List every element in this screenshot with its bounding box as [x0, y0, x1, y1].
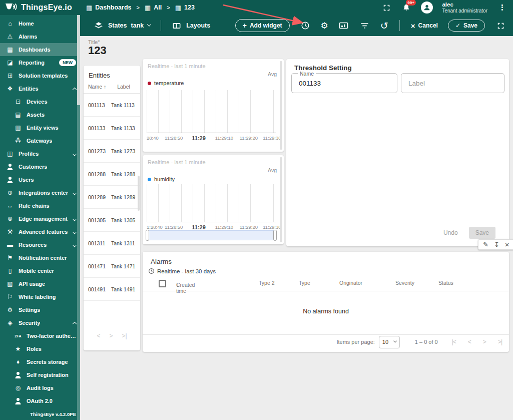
datazoom-right-handle[interactable] [273, 230, 277, 241]
widget-scrollbar[interactable] [280, 157, 282, 242]
sidebar-item-audit-logs[interactable]: ◎Audit logs [0, 381, 80, 394]
dashboard-title-value[interactable]: 123 [88, 44, 107, 57]
entities-scrollbar[interactable] [138, 176, 140, 211]
datazoom-slider[interactable] [147, 230, 276, 240]
breadcrumb-dashboards[interactable]: ▦ Dashboards [86, 4, 132, 11]
more-menu-icon[interactable]: ⋮ [496, 3, 508, 12]
column-severity[interactable]: Severity [395, 280, 414, 286]
humidity-plot-area[interactable] [147, 184, 276, 222]
column-label[interactable]: Label [117, 84, 130, 90]
state-dropdown-chevron-icon[interactable] [147, 22, 151, 26]
entity-row[interactable]: 001289Tank 1289 [84, 186, 140, 209]
entities-icon: ❖ [6, 86, 14, 92]
user-meta[interactable]: alec Tenant administrator [442, 2, 487, 14]
remove-widget-close-icon[interactable]: × [505, 241, 509, 248]
entity-row[interactable]: 001471Tank 1471 [84, 255, 140, 278]
dashboard-settings-gear-icon[interactable]: ⚙ [321, 22, 328, 30]
column-type[interactable]: Type [299, 280, 310, 286]
avatar[interactable] [421, 2, 433, 14]
sidebar-item-reporting[interactable]: ◪ReportingNEW [0, 56, 80, 69]
toolbar-fullscreen-icon[interactable] [495, 20, 506, 31]
sidebar-item-gateways[interactable]: ⁂Gateways [0, 134, 80, 147]
sidebar-item-roles[interactable]: ★Roles [0, 342, 80, 355]
prev-page-icon[interactable]: < [97, 332, 100, 339]
items-per-page-select[interactable]: 10 [379, 336, 400, 348]
user-name: alec [442, 2, 487, 8]
sidebar-item-users[interactable]: Users [0, 173, 80, 186]
cancel-button[interactable]: × Cancel [411, 22, 438, 30]
entity-row[interactable]: 001305Tank 1305 [84, 209, 140, 232]
entity-row[interactable]: 001133Tank 1133 [84, 117, 140, 140]
sidebar-item-secrets-storage[interactable]: ♦Secrets storage [0, 355, 80, 368]
entity-row[interactable]: 001311Tank 1311 [84, 232, 140, 255]
undo-button[interactable]: Undo [443, 229, 458, 236]
sidebar-item-security[interactable]: ◈Security [0, 316, 80, 329]
breadcrumb-all[interactable]: ▦ All [145, 4, 162, 11]
sidebar-item-entity-views[interactable]: ▥Entity views [0, 121, 80, 134]
first-page-icon[interactable]: |< [452, 338, 456, 345]
column-type2[interactable]: Type 2 [259, 280, 275, 286]
sidebar-item-home[interactable]: ⌂Home [0, 17, 80, 30]
sidebar-item-rule-chains[interactable]: ↔Rule chains [0, 199, 80, 212]
edit-widget-pencil-icon[interactable]: ✎ [483, 241, 488, 248]
sidebar-item-resources[interactable]: ▬Resources [0, 238, 80, 251]
sidebar-item-dashboards[interactable]: ▦Dashboards [0, 43, 80, 56]
sidebar-item-self-registration[interactable]: Self registration [0, 368, 80, 381]
next-page-icon[interactable]: > [483, 338, 486, 345]
temperature-plot-area[interactable] [147, 90, 276, 133]
sidebar-item-api-usage[interactable]: ▧API usage [0, 277, 80, 290]
prev-page-icon[interactable]: < [468, 338, 471, 345]
sidebar-item-settings[interactable]: ⚙Settings [0, 303, 80, 316]
legend-humidity[interactable]: humidity [148, 176, 175, 182]
sidebar-scrollbar[interactable] [77, 15, 80, 420]
select-all-checkbox[interactable] [159, 280, 166, 287]
next-page-icon[interactable]: > [109, 332, 113, 339]
sidebar-item-alarms[interactable]: ⚠Alarms [0, 30, 80, 43]
filters-icon[interactable] [359, 20, 370, 31]
add-widget-button[interactable]: + Add widget [235, 19, 290, 32]
sidebar-item-profiles[interactable]: ◫Profiles [0, 147, 80, 160]
sidebar-item-assets[interactable]: ▤Assets [0, 108, 80, 121]
entity-row[interactable]: 001113Tank 1113 [84, 94, 140, 117]
sidebar-item-two-factor[interactable]: 2FATwo-factor authenticati... [0, 329, 80, 342]
last-page-icon[interactable]: >| [122, 332, 127, 339]
legend-temperature[interactable]: temperature [148, 80, 184, 86]
widget-scrollbar[interactable] [280, 61, 282, 150]
datazoom-left-handle[interactable] [146, 230, 149, 241]
sidebar-item-integrations-center[interactable]: ⊕Integrations center [0, 186, 80, 199]
alarms-timewindow[interactable]: Realtime - last 30 days [148, 268, 216, 274]
entity-row[interactable]: 001273Tank 1273 [84, 140, 140, 163]
sidebar-item-customers[interactable]: Customers [0, 160, 80, 173]
label-input[interactable] [401, 74, 504, 93]
threshold-save-button[interactable]: Save [469, 227, 495, 239]
sidebar-item-edge-management[interactable]: ⊚Edge management [0, 212, 80, 225]
sidebar-item-notification-center[interactable]: ⚑Notification center [0, 251, 80, 264]
chart-timewindow-label[interactable]: Realtime - last 1 minute [148, 63, 206, 69]
notifications-bell-icon[interactable]: 99+ [401, 2, 412, 13]
column-status[interactable]: Status [438, 280, 453, 286]
sidebar-item-oauth[interactable]: OAuth 2.0 [0, 394, 80, 407]
fullscreen-icon[interactable] [381, 2, 392, 13]
last-page-icon[interactable]: >| [498, 338, 502, 345]
save-button[interactable]: ✓ Save [448, 20, 485, 32]
sidebar-item-white-labeling[interactable]: ⚐White labeling [0, 290, 80, 303]
sidebar-item-mobile-center[interactable]: ▯Mobile center [0, 264, 80, 277]
version-history-icon[interactable]: ↺ [380, 21, 388, 31]
chart-timewindow-label[interactable]: Realtime - last 1 minute [148, 159, 206, 165]
dashboard-content: Title* 123 Entities Name ↑ Label 001113T… [80, 36, 513, 420]
sidebar-item-advanced-features[interactable]: ⚒Advanced features [0, 225, 80, 238]
brand-logo[interactable]: ThingsEye.io [0, 3, 72, 13]
column-name[interactable]: Name ↑ [88, 84, 106, 90]
entity-aliases-icon[interactable] [338, 20, 349, 31]
sidebar-item-entities[interactable]: ❖Entities [0, 82, 80, 95]
sidebar-item-devices[interactable]: ⊡Devices [0, 95, 80, 108]
time-window-icon[interactable] [300, 20, 311, 31]
sidebar-item-solution-templates[interactable]: ⊞Solution templates [0, 69, 80, 82]
entity-row[interactable]: 001491Tank 1491 [84, 278, 140, 301]
breadcrumb-current[interactable]: ▦ 123 [175, 4, 195, 11]
column-originator[interactable]: Originator [339, 280, 362, 286]
entity-row[interactable]: 001288Tank 1288 [84, 163, 140, 186]
layouts-button[interactable]: Layouts [186, 22, 210, 29]
export-widget-download-icon[interactable]: ↧ [494, 241, 499, 248]
state-selector[interactable]: tank [131, 22, 144, 29]
